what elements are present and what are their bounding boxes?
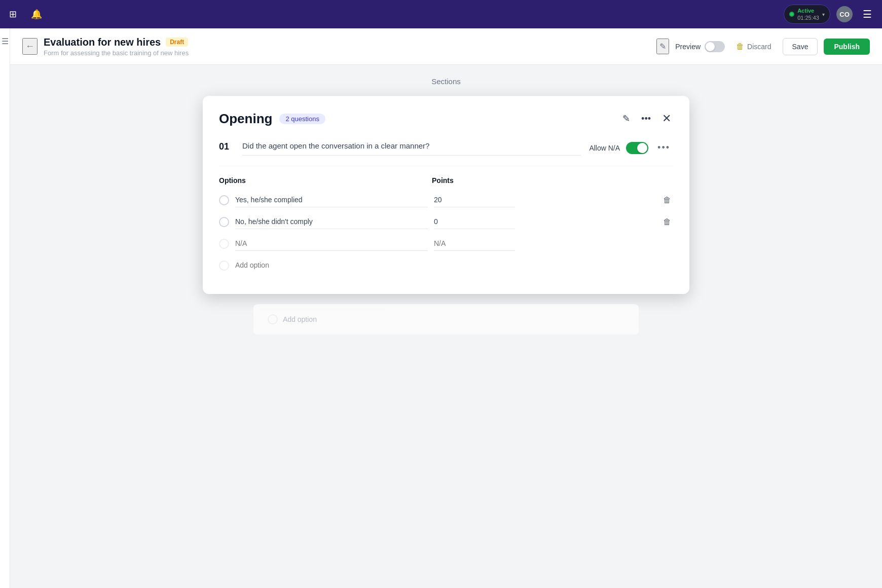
menu-icon[interactable]: ☰: [859, 6, 876, 22]
question-more-options-button[interactable]: •••: [654, 141, 673, 154]
allow-na-label: Allow N/A: [589, 144, 620, 152]
question-number: 01: [219, 141, 234, 152]
bell-icon[interactable]: 🔔: [28, 6, 45, 23]
delete-option-button[interactable]: 🗑: [661, 215, 673, 229]
option-row: 🗑: [219, 193, 673, 207]
active-label: Active: [797, 7, 819, 14]
avatar[interactable]: CO: [836, 6, 853, 22]
section-card: Opening 2 questions ✎ ••• ✕ 01 Did the a…: [203, 96, 689, 294]
nav-right: Active 01:25:43 ▾ CO ☰: [784, 5, 876, 24]
left-sidebar: ☰: [0, 28, 10, 588]
allow-na-toggle[interactable]: [626, 142, 648, 154]
preview-toggle[interactable]: [705, 41, 725, 52]
header-right: ✎ Preview 🗑 Discard Save Publish: [656, 38, 870, 55]
active-status-badge[interactable]: Active 01:25:43 ▾: [784, 5, 830, 24]
preview-toggle-area: Preview: [675, 41, 725, 52]
save-button[interactable]: Save: [783, 38, 818, 55]
radio-circle[interactable]: [219, 217, 229, 227]
radio-circle: [219, 261, 229, 271]
question-row: 01 Did the agent open the conversation i…: [219, 141, 673, 166]
hamburger-icon[interactable]: ☰: [2, 36, 9, 46]
header-bar: ← Evaluation for new hires Draft Form fo…: [10, 28, 882, 65]
delete-option-button[interactable]: 🗑: [661, 194, 673, 207]
trash-icon: 🗑: [736, 42, 744, 51]
points-input[interactable]: [434, 193, 515, 207]
toggle-knob: [706, 42, 715, 51]
back-button[interactable]: ←: [22, 38, 38, 55]
card-header: Opening 2 questions ✎ ••• ✕: [219, 110, 673, 127]
background-card: Add option: [253, 304, 639, 335]
option-row: [219, 236, 673, 251]
section-title: Opening: [219, 111, 272, 127]
option-row: 🗑: [219, 214, 673, 229]
draft-badge: Draft: [166, 38, 188, 47]
more-options-button[interactable]: •••: [639, 112, 653, 126]
app-area: ☰ ← Evaluation for new hires Draft Form …: [0, 28, 882, 588]
question-text: Did the agent open the conversation in a…: [242, 141, 581, 156]
radio-circle: [268, 314, 278, 324]
radio-circle: [219, 239, 229, 249]
main-content: Sections Opening 2 questions ✎ ••• ✕: [10, 65, 882, 588]
chevron-down-icon: ▾: [822, 12, 825, 17]
form-title: Evaluation for new hires: [44, 36, 161, 48]
preview-label: Preview: [675, 43, 701, 51]
bg-add-option-label: Add option: [283, 315, 317, 323]
options-section: Options Points 🗑: [219, 176, 673, 273]
discard-label: Discard: [747, 43, 771, 51]
option-input[interactable]: [235, 193, 428, 207]
form-subtitle: Form for assessing the basic training of…: [44, 49, 189, 57]
close-section-button[interactable]: ✕: [660, 110, 673, 127]
status-dot: [789, 12, 794, 17]
card-header-left: Opening 2 questions: [219, 111, 325, 127]
top-navigation: ⊞ 🔔 Active 01:25:43 ▾ CO ☰: [0, 0, 882, 28]
option-input[interactable]: [235, 214, 428, 229]
nav-left: ⊞ 🔔: [6, 6, 45, 23]
points-column-header: Points: [432, 176, 673, 185]
publish-button[interactable]: Publish: [824, 39, 870, 55]
sections-label: Sections: [22, 77, 870, 86]
toggle-knob-green: [637, 143, 647, 153]
questions-badge: 2 questions: [279, 114, 325, 124]
points-input[interactable]: [434, 214, 515, 229]
options-header: Options Points: [219, 176, 673, 185]
discard-button[interactable]: 🗑 Discard: [731, 39, 776, 54]
edit-section-button[interactable]: ✎: [620, 111, 632, 126]
question-right: Allow N/A •••: [589, 141, 673, 154]
edit-icon-button[interactable]: ✎: [656, 39, 669, 54]
active-time: 01:25:43: [797, 14, 819, 21]
grid-icon[interactable]: ⊞: [6, 6, 20, 23]
form-title-area: Evaluation for new hires Draft Form for …: [44, 36, 189, 57]
bg-add-option-row: Add option: [268, 314, 624, 324]
content-area: ← Evaluation for new hires Draft Form fo…: [10, 28, 882, 588]
option-input-na[interactable]: [235, 236, 428, 251]
points-input-na[interactable]: [434, 236, 515, 251]
header-left: ← Evaluation for new hires Draft Form fo…: [22, 36, 189, 57]
add-option-input[interactable]: [235, 258, 428, 273]
card-header-right: ✎ ••• ✕: [620, 110, 673, 127]
add-option-row: [219, 258, 673, 273]
question-text-area: Did the agent open the conversation in a…: [242, 141, 581, 156]
radio-circle[interactable]: [219, 195, 229, 205]
options-column-header: Options: [219, 176, 432, 185]
